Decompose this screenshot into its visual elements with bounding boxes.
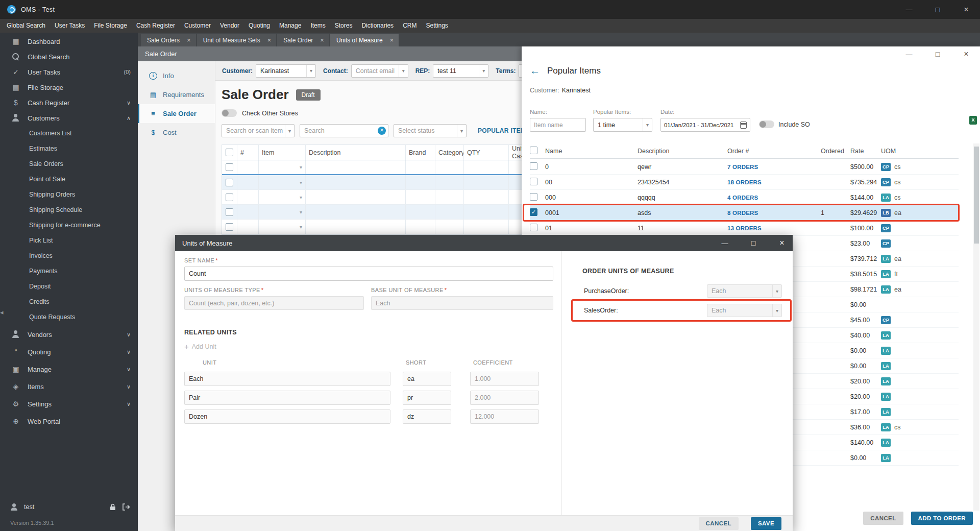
menu-item[interactable]: Vendor <box>215 19 244 33</box>
sidebar-item[interactable]: Deposit <box>0 279 138 294</box>
unit-name-input[interactable] <box>184 391 390 405</box>
sidebar-item[interactable]: Items ∨ <box>0 379 138 394</box>
orders-link[interactable]: 8 ORDERS <box>727 210 758 216</box>
sale-order-nav-item[interactable]: Requirements <box>138 85 215 104</box>
chevron-down-icon[interactable]: ▾ <box>300 164 302 170</box>
child-window-close-icon[interactable] <box>960 50 973 59</box>
unit-short-input[interactable] <box>403 391 451 405</box>
cancel-button[interactable]: CANCEL <box>863 512 903 525</box>
sidebar-item[interactable]: Estimates <box>0 141 138 156</box>
sidebar-item[interactable]: Cash Register ∨ <box>0 95 138 110</box>
menu-item[interactable]: File Storage <box>89 19 132 33</box>
menu-item[interactable]: Settings <box>421 19 452 33</box>
popular-item-row[interactable]: 00 234325454 18 ORDERS $735.294 CP cs <box>530 175 959 190</box>
orders-link[interactable]: 7 ORDERS <box>727 164 758 170</box>
sidebar-item[interactable]: Pick List <box>0 233 138 248</box>
customer-dropdown[interactable]: Karinatest <box>256 64 316 78</box>
sidebar-item[interactable]: Shipping Schedule <box>0 202 138 218</box>
child-window-minimize-icon[interactable] <box>902 51 916 58</box>
menu-item[interactable]: Customer <box>180 19 215 33</box>
add-unit-button[interactable]: + Add Unit <box>184 342 216 351</box>
scrollbar-thumb[interactable] <box>974 147 979 244</box>
menu-item[interactable]: Stores <box>330 19 357 33</box>
cancel-button[interactable]: CANCEL <box>699 517 739 530</box>
popular-item-row[interactable]: 0001 asds 8 ORDERS 1 $29.4629 LB ea <box>530 205 959 221</box>
window-close-icon[interactable] <box>960 5 973 14</box>
row-checkbox[interactable] <box>530 178 537 185</box>
child-window-maximize-icon[interactable] <box>931 50 944 58</box>
popular-times-dropdown[interactable]: 1 time <box>593 118 652 132</box>
sidebar-item[interactable]: Manage ∨ <box>0 361 138 377</box>
sidebar-collapse-icon[interactable]: ◂ <box>0 308 4 316</box>
row-checkbox[interactable] <box>530 208 537 216</box>
sidebar-item[interactable]: Dashboard <box>0 34 138 49</box>
include-so-toggle[interactable] <box>759 120 774 128</box>
unit-short-input[interactable] <box>403 409 451 424</box>
modal-close-icon[interactable] <box>775 238 789 248</box>
tab-close-icon[interactable]: × <box>320 36 324 44</box>
sidebar-item[interactable]: Web Portal <box>0 414 138 429</box>
sale-order-nav-item[interactable]: Sale Order <box>138 104 215 123</box>
menu-item[interactable]: Items <box>306 19 330 33</box>
tab-close-icon[interactable]: × <box>187 36 191 44</box>
chevron-down-icon[interactable]: ▾ <box>300 180 302 185</box>
menu-item[interactable]: Cash Register <box>132 19 180 33</box>
calendar-icon[interactable] <box>740 122 747 129</box>
orders-link[interactable]: 13 ORDERS <box>727 225 762 231</box>
scrollbar[interactable] <box>973 143 979 511</box>
chevron-down-icon[interactable]: ▾ <box>300 209 302 215</box>
window-minimize-icon[interactable] <box>902 6 916 13</box>
rep-dropdown[interactable]: test 11 <box>433 64 488 78</box>
orders-link[interactable]: 4 ORDERS <box>727 195 758 201</box>
row-checkbox[interactable] <box>226 194 233 201</box>
select-all-checkbox[interactable] <box>530 147 537 154</box>
modal-maximize-icon[interactable] <box>747 239 760 247</box>
item-search-mode-dropdown[interactable]: Search or scan item <box>222 124 295 137</box>
add-to-order-button[interactable]: ADD TO ORDER <box>911 512 973 525</box>
document-tab[interactable]: Sale Order × <box>277 34 329 46</box>
lock-icon[interactable] <box>110 503 116 511</box>
sidebar-item[interactable]: Sale Orders <box>0 156 138 172</box>
popular-item-row[interactable]: 0 qewr 7 ORDERS $500.00 CP cs <box>530 159 959 175</box>
sidebar-item[interactable]: Customers List <box>0 126 138 141</box>
menu-item[interactable]: Manage <box>275 19 306 33</box>
popular-item-row[interactable]: 01 11 13 ORDERS $100.00 CP <box>530 221 959 236</box>
set-name-input[interactable] <box>184 267 553 281</box>
unit-name-input[interactable] <box>184 372 390 386</box>
check-other-stores-toggle[interactable] <box>222 109 237 117</box>
unit-short-input[interactable] <box>403 372 451 386</box>
sidebar-item[interactable]: User Tasks (0) <box>0 64 138 80</box>
select-all-checkbox[interactable] <box>226 149 233 156</box>
sidebar-item[interactable]: Payments <box>0 263 138 279</box>
menu-item[interactable]: CRM <box>398 19 421 33</box>
chevron-down-icon[interactable]: ▾ <box>300 195 302 200</box>
item-name-input[interactable] <box>530 118 586 132</box>
sidebar-item[interactable]: Point of Sale <box>0 172 138 187</box>
row-checkbox[interactable] <box>226 179 233 186</box>
document-tab[interactable]: Sale Orders × <box>141 34 196 46</box>
menu-item[interactable]: Dictionaries <box>357 19 398 33</box>
sidebar-item[interactable]: Vendors ∨ <box>0 327 138 342</box>
sale-order-nav-item[interactable]: Cost <box>138 123 215 142</box>
document-tab[interactable]: Units of Measure × <box>330 34 399 46</box>
row-checkbox[interactable] <box>226 223 233 231</box>
menu-item[interactable]: Global Search <box>2 19 50 33</box>
sidebar-item[interactable]: Settings ∨ <box>0 396 138 412</box>
popular-item-row[interactable]: 000 qqqqq 4 ORDERS $144.00 LA cs <box>530 190 959 205</box>
sidebar-item[interactable]: Credits <box>0 294 138 309</box>
sidebar-item[interactable]: File Storage <box>0 80 138 95</box>
sidebar-item[interactable]: Invoices <box>0 248 138 263</box>
row-checkbox[interactable] <box>530 162 537 170</box>
tab-close-icon[interactable]: × <box>267 36 272 44</box>
unit-coefficient-input[interactable] <box>470 409 539 424</box>
sales-order-dropdown[interactable]: Each <box>707 304 782 317</box>
back-arrow-icon[interactable]: ← <box>530 65 540 77</box>
save-button[interactable]: SAVE <box>751 517 781 530</box>
window-maximize-icon[interactable] <box>931 6 944 14</box>
row-checkbox[interactable] <box>530 224 537 231</box>
unit-name-input[interactable] <box>184 409 390 424</box>
sale-order-nav-item[interactable]: Info <box>138 66 215 85</box>
export-excel-icon[interactable]: X <box>969 116 977 125</box>
chevron-down-icon[interactable]: ▾ <box>300 224 302 230</box>
search-input[interactable] <box>300 124 388 137</box>
